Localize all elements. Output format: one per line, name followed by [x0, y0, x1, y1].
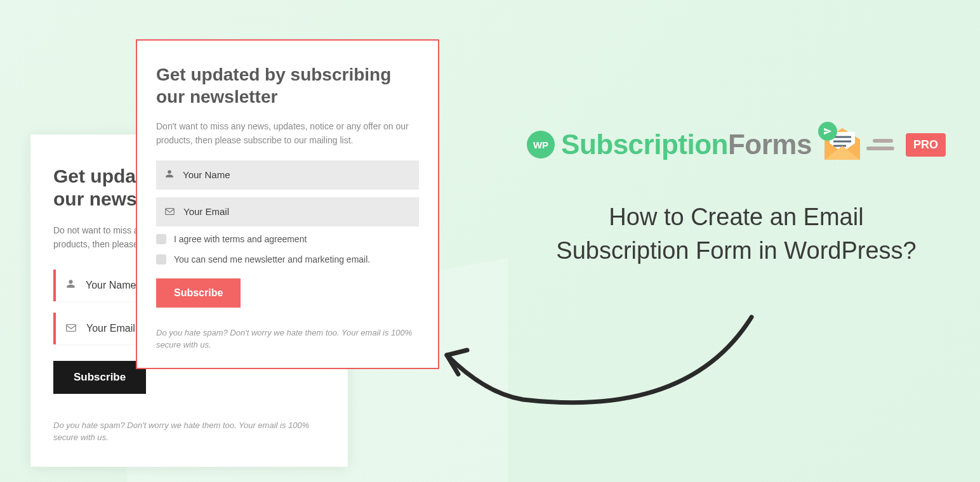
terms-checkbox-row[interactable]: I agree with terms and agreement [156, 234, 419, 244]
name-placeholder-back: Your Name [86, 280, 136, 291]
brand-logo: WP SubscriptionForms PRO [508, 127, 965, 162]
form-front-description: Don't want to miss any news, updates, no… [156, 119, 419, 148]
name-input-front[interactable]: Your Name [156, 160, 419, 190]
email-input-front[interactable]: Your Email [156, 197, 419, 226]
form-front-heading: Get updated by subscribing our newslette… [156, 63, 419, 108]
send-icon [818, 122, 837, 141]
page-title: How to Create an Email Subscription Form… [508, 200, 965, 268]
person-icon [66, 279, 76, 291]
marketing-checkbox-row[interactable]: You can send me newsletter and marketing… [156, 254, 419, 264]
mail-icon [822, 127, 863, 162]
brand-forms: Forms [728, 129, 812, 160]
terms-label: I agree with terms and agreement [174, 234, 307, 244]
name-placeholder-front: Your Name [183, 169, 230, 180]
checkbox-icon [156, 254, 166, 264]
envelope-icon [165, 206, 175, 217]
person-icon [165, 169, 174, 180]
svg-rect-1 [166, 209, 174, 215]
arrow-icon [421, 304, 764, 431]
email-placeholder-front: Your Email [183, 206, 229, 217]
wp-badge: WP [527, 131, 555, 159]
svg-rect-0 [67, 324, 76, 331]
pro-badge: PRO [906, 133, 946, 157]
subscription-form-front: Get updated by subscribing our newslette… [136, 39, 439, 369]
footnote-front: Do you hate spam? Don't worry we hate th… [156, 327, 419, 351]
checkbox-icon [156, 234, 166, 244]
footnote-back: Do you hate spam? Don't worry we hate th… [53, 419, 325, 444]
envelope-icon [66, 323, 76, 334]
marketing-label: You can send me newsletter and marketing… [174, 254, 370, 264]
subscribe-button-front[interactable]: Subscribe [156, 278, 241, 308]
brand-subscription: Subscription [561, 129, 728, 160]
right-panel: WP SubscriptionForms PRO How to Create a… [508, 127, 965, 268]
speed-lines-icon [873, 139, 894, 150]
subscribe-button-back[interactable]: Subscribe [53, 361, 146, 394]
